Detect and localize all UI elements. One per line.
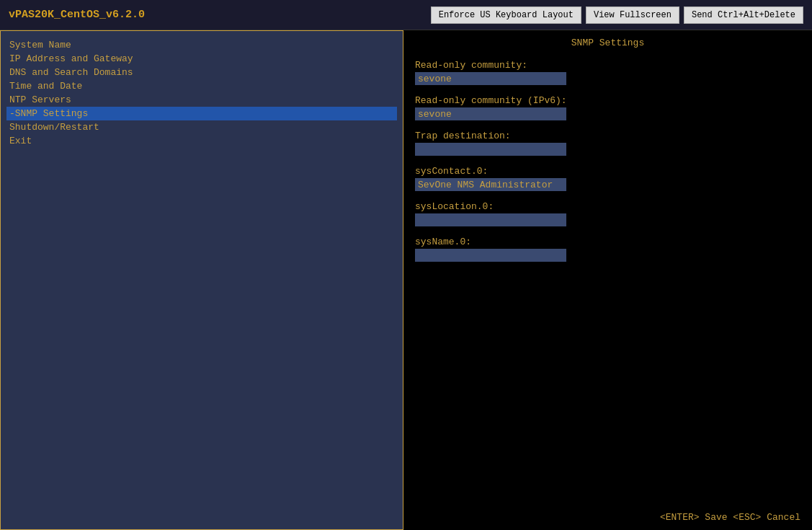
field-group-sys-location: sysLocation.0: bbox=[415, 201, 800, 226]
menu-list: System NameIP Address and GatewayDNS and… bbox=[6, 38, 397, 148]
field-label-trap-destination: Trap destination: bbox=[415, 131, 800, 141]
field-input-readonly-community[interactable] bbox=[415, 72, 566, 85]
field-label-readonly-community: Read-only community: bbox=[415, 60, 800, 71]
menu-item-time-date[interactable]: Time and Date bbox=[6, 79, 397, 93]
fields-container: Read-only community:Read-only community … bbox=[415, 60, 800, 262]
view-fullscreen-button[interactable]: View Fullscreen bbox=[586, 6, 679, 24]
menu-item-dns-search[interactable]: DNS and Search Domains bbox=[6, 66, 397, 79]
field-group-readonly-community-ipv6: Read-only community (IPv6): bbox=[415, 95, 800, 120]
field-group-readonly-community: Read-only community: bbox=[415, 60, 800, 85]
bottom-bar: <ENTER> Save <ESC> Cancel bbox=[660, 512, 800, 523]
menu-item-snmp-settings[interactable]: -SNMP Settings bbox=[6, 107, 397, 120]
left-panel: System NameIP Address and GatewayDNS and… bbox=[0, 30, 403, 530]
menu-item-shutdown-restart[interactable]: Shutdown/Restart bbox=[6, 120, 397, 134]
field-input-trap-destination[interactable] bbox=[415, 143, 566, 156]
field-input-sys-location[interactable] bbox=[415, 213, 566, 226]
menu-item-exit[interactable]: Exit bbox=[6, 134, 397, 148]
topbar-buttons: Enforce US Keyboard Layout View Fullscre… bbox=[431, 6, 803, 24]
field-group-sys-name: sysName.0: bbox=[415, 237, 800, 262]
field-group-trap-destination: Trap destination: bbox=[415, 131, 800, 156]
topbar: vPAS20K_CentOS_v6.2.0 Enforce US Keyboar… bbox=[0, 0, 812, 30]
field-input-readonly-community-ipv6[interactable] bbox=[415, 107, 566, 120]
enforce-keyboard-button[interactable]: Enforce US Keyboard Layout bbox=[431, 6, 581, 24]
menu-item-system-name[interactable]: System Name bbox=[6, 38, 397, 52]
field-label-sys-name: sysName.0: bbox=[415, 237, 800, 247]
app-title: vPAS20K_CentOS_v6.2.0 bbox=[9, 9, 145, 21]
field-input-sys-name[interactable] bbox=[415, 249, 566, 262]
menu-item-ip-address[interactable]: IP Address and Gateway bbox=[6, 52, 397, 66]
field-group-sys-contact: sysContact.0: bbox=[415, 166, 800, 191]
menu-item-ntp-servers[interactable]: NTP Servers bbox=[6, 93, 397, 107]
send-ctrl-alt-del-button[interactable]: Send Ctrl+Alt+Delete bbox=[684, 6, 803, 24]
main-content: System NameIP Address and GatewayDNS and… bbox=[0, 30, 812, 530]
field-input-sys-contact[interactable] bbox=[415, 178, 566, 191]
field-label-sys-location: sysLocation.0: bbox=[415, 201, 800, 212]
field-label-sys-contact: sysContact.0: bbox=[415, 166, 800, 177]
field-label-readonly-community-ipv6: Read-only community (IPv6): bbox=[415, 95, 800, 106]
right-panel: SNMP Settings Read-only community:Read-o… bbox=[403, 30, 812, 530]
panel-title: SNMP Settings bbox=[415, 37, 800, 48]
